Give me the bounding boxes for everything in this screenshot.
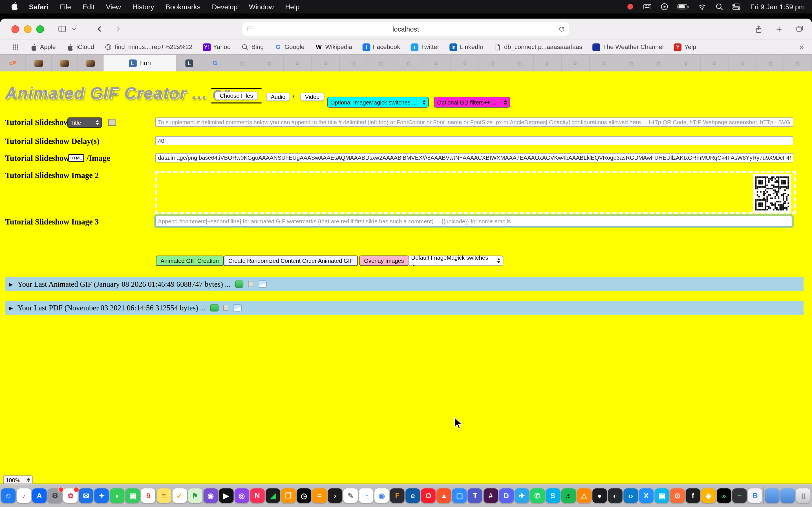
favorite-find-minus-rep-22s-22[interactable]: find_minus....rep+%22s%22 [99, 43, 198, 51]
keyboard-icon[interactable] [643, 3, 651, 11]
dock-icon-opera[interactable]: O [421, 489, 436, 503]
dock-icon-photo-booth[interactable]: ◉ [203, 489, 218, 503]
apple-menu[interactable] [5, 2, 23, 12]
tab-art[interactable] [52, 55, 78, 71]
dock-icon-activity-monitor[interactable]: ~ [732, 489, 747, 503]
favorite-apple[interactable]: Apple [24, 43, 61, 51]
dock-icon-mail[interactable]: ✉ [79, 489, 93, 503]
reload-icon[interactable] [558, 25, 565, 33]
attachment-mini-icon[interactable] [223, 305, 229, 311]
dock-icon-telegram[interactable]: ✈ [515, 489, 529, 503]
dock-icon-terminal[interactable]: › [328, 489, 342, 503]
delay-input[interactable] [155, 136, 794, 145]
attachment-mini-icon[interactable] [248, 281, 253, 287]
tab-empty-star[interactable]: ☆ [701, 55, 729, 71]
dock-icon-postman[interactable]: ⊙ [670, 489, 684, 503]
dock-icon-news[interactable]: N [250, 489, 264, 503]
favorite-wikipedia[interactable]: WWikipedia [310, 43, 357, 51]
menu-clock[interactable]: Fri 9 Jan 1:59 pm [750, 3, 805, 11]
back-button[interactable] [96, 25, 104, 33]
dock-icon-brave[interactable]: ▲ [437, 489, 451, 503]
dock-icon-clock[interactable]: ◷ [297, 489, 311, 503]
sidebar-toggle-icon[interactable] [57, 25, 67, 33]
attachment-chart-icon[interactable] [235, 281, 243, 288]
title-config-input[interactable] [155, 117, 794, 127]
dock-icon-chrome[interactable]: ◉ [374, 489, 389, 503]
dock-icon-settings[interactable]: ⚙ [48, 489, 62, 503]
page-zoom-select[interactable]: 100% [3, 475, 33, 484]
dock-icon-reminders[interactable]: ✓ [172, 489, 187, 503]
menu-item-history[interactable]: History [126, 3, 160, 11]
menu-item-develop[interactable]: Develop [206, 3, 243, 11]
menu-app-name[interactable]: Safari [23, 3, 54, 11]
dock-icon-notes[interactable]: ≡ [157, 489, 171, 503]
tab-art[interactable] [26, 55, 52, 71]
dock-icon-spotify[interactable]: ♬ [561, 489, 576, 503]
randomized-gif-button[interactable]: Create Randomized Content Order Animated… [223, 256, 358, 266]
disclosure-triangle-icon[interactable]: ▶ [9, 281, 13, 287]
dock-icon-downloads-folder[interactable] [765, 489, 779, 503]
forward-button[interactable] [114, 25, 122, 33]
disclosure-triangle-icon[interactable]: ▶ [9, 305, 13, 311]
dock-icon-slack[interactable]: # [484, 489, 498, 503]
dock-icon-podcasts[interactable]: ◎ [235, 489, 249, 503]
play-icon[interactable] [660, 3, 668, 11]
dock-icon-github[interactable]: ◐ [608, 489, 622, 503]
favorite-twitter[interactable]: tTwitter [405, 43, 444, 51]
control-center-icon[interactable] [732, 3, 741, 11]
menu-item-help[interactable]: Help [280, 3, 305, 11]
tab-empty-star[interactable]: ☆ [284, 55, 312, 71]
tab-google[interactable]: G [202, 55, 229, 71]
dock-icon-docker[interactable]: ▣ [655, 489, 669, 503]
tab-empty-star[interactable]: ☆ [506, 55, 534, 71]
audio-button[interactable]: Audio [266, 93, 290, 101]
menu-item-edit[interactable]: Edit [77, 3, 100, 11]
minimize-button[interactable] [24, 25, 32, 33]
dock-icon-whatsapp[interactable]: ✆ [530, 489, 545, 503]
dock-icon-stocks[interactable]: ◢ [266, 489, 280, 503]
tab-empty-star[interactable]: ☆ [229, 55, 256, 71]
dock-icon-textedit[interactable]: ✎ [343, 489, 358, 503]
tab-empty-star[interactable]: ☆ [367, 55, 395, 71]
menu-item-bookmarks[interactable]: Bookmarks [160, 3, 206, 11]
dock-icon-music[interactable]: ♪ [17, 489, 31, 503]
new-tab-icon[interactable] [775, 25, 783, 33]
attachment-chart-icon[interactable] [210, 304, 218, 312]
dock-icon-documents-folder[interactable] [781, 489, 795, 503]
tab-empty-star[interactable]: ☆ [756, 55, 784, 71]
dock-icon-zoom[interactable]: ▢ [452, 489, 467, 503]
favorite-yelp[interactable]: YYelp [669, 43, 702, 51]
choose-files-button[interactable]: Choose Files [215, 92, 258, 100]
dock-icon-maps[interactable]: ⚑ [188, 489, 202, 503]
dock-icon-calendar[interactable]: 9 [141, 489, 155, 503]
tab-empty-star[interactable]: ☆ [590, 55, 618, 71]
data-uri-input[interactable] [155, 153, 794, 163]
dock-icon-books[interactable]: ❐ [281, 489, 296, 503]
result-last-gif[interactable]: ▶ Your Last Animated GIF (January 08 202… [5, 277, 803, 291]
dock-icon-app-store[interactable]: A [32, 489, 47, 503]
favorite-bing[interactable]: Bing [236, 43, 269, 51]
video-button[interactable]: Video [300, 93, 324, 101]
dock-icon-discord[interactable]: D [499, 489, 513, 503]
dock-icon-figma[interactable]: f [686, 489, 700, 503]
tab-empty-star[interactable]: ☆ [451, 55, 479, 71]
tab-empty-star[interactable]: ☆ [645, 55, 673, 71]
dock-icon-teams[interactable]: T [468, 489, 482, 503]
watermark-input[interactable] [155, 216, 792, 227]
tab-overview-icon[interactable] [795, 25, 804, 33]
dock-icon-xcode[interactable]: X [639, 489, 653, 503]
imagemagick-switches-select[interactable]: Optional ImageMagick switches ... [327, 97, 429, 108]
tab-art[interactable] [78, 55, 104, 71]
favorite-icloud[interactable]: iCloud [61, 43, 99, 51]
dock-icon-calculator[interactable]: = [312, 489, 327, 503]
dock-icon-vscode[interactable]: ‹› [623, 489, 638, 503]
html-chip[interactable]: HTML [68, 154, 84, 162]
dock-icon-obs[interactable]: ● [592, 489, 607, 503]
share-icon[interactable] [755, 24, 763, 33]
dock-icon-photos[interactable]: ✿ [63, 489, 78, 503]
attachment-image-icon[interactable] [258, 281, 267, 288]
dock-icon-edge[interactable]: e [406, 489, 420, 503]
tab-empty-star[interactable]: ☆ [784, 55, 812, 71]
dock-icon-safari[interactable]: ✦ [94, 489, 109, 503]
attachment-image-icon[interactable] [233, 304, 242, 312]
